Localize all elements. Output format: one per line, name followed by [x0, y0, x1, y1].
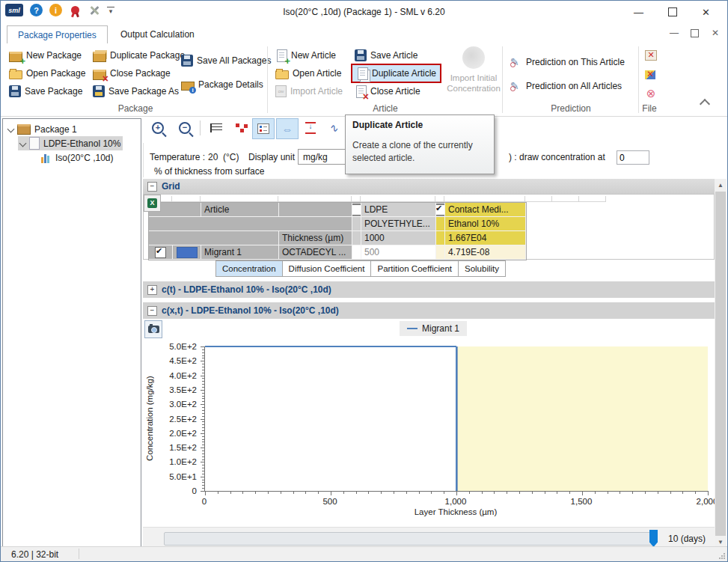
- info-icon[interactable]: i: [49, 4, 62, 16]
- zoom-in-button[interactable]: [147, 118, 168, 138]
- new-package-button[interactable]: New Package: [7, 47, 84, 64]
- time-slider-thumb[interactable]: [649, 530, 658, 547]
- close-article-button[interactable]: Close Article: [352, 83, 423, 100]
- snapshot-button[interactable]: [144, 320, 162, 338]
- axes-button[interactable]: [206, 118, 227, 138]
- prediction-all-articles-button[interactable]: ✎ Prediction on All Articles: [508, 78, 624, 94]
- display-unit-label: Display unit: [248, 152, 295, 162]
- ldpe-thickness-cell[interactable]: 1000: [361, 231, 436, 245]
- tools-icon[interactable]: [88, 4, 100, 16]
- contact-column-header[interactable]: Contact Medi...: [445, 203, 526, 217]
- x-axis-tick-labels: 05001,0001,5002,000: [204, 497, 707, 507]
- grid-section-header[interactable]: Grid: [143, 179, 715, 194]
- tab-concentration[interactable]: Concentration: [215, 260, 283, 277]
- prediction-group-label: Prediction: [505, 103, 637, 114]
- mdi-minimize-icon[interactable]: —: [668, 28, 680, 38]
- tab-output-calculation[interactable]: Output Calculation: [110, 25, 205, 43]
- open-package-button[interactable]: Open Package: [7, 65, 88, 82]
- tree-item-package[interactable]: Package 1: [6, 122, 79, 136]
- migrant-checkbox[interactable]: [155, 247, 166, 258]
- ct-section-header[interactable]: c(t) - LDPE-Ethanol 10% - Iso(20°C ,10d): [143, 281, 715, 298]
- chevron-down-icon[interactable]: [19, 140, 27, 147]
- zoom-out-button[interactable]: [174, 118, 195, 138]
- license-icon[interactable]: [71, 6, 79, 14]
- ldpe-migrant-value-cell[interactable]: 500: [361, 245, 436, 260]
- limit-lines-icon: ↓: [305, 122, 316, 134]
- curve-button[interactable]: ∿: [324, 118, 345, 138]
- save-package-as-button[interactable]: Save Package As: [91, 83, 181, 100]
- export-excel-button[interactable]: X: [144, 195, 161, 212]
- limit-lines-button[interactable]: ↓: [300, 118, 321, 138]
- tab-diffusion-coefficient[interactable]: Diffusion Coefficient: [283, 260, 372, 277]
- import-initial-concentration-button[interactable]: Import Initial Concentration: [444, 46, 504, 104]
- ldpe-column-header[interactable]: LDPE: [361, 203, 436, 217]
- grid-cell-spacer: [436, 217, 445, 231]
- open-article-button[interactable]: Open Article: [273, 65, 343, 82]
- legend-line-swatch: [407, 328, 417, 329]
- fit-width-button[interactable]: ⇔: [276, 118, 299, 139]
- collapse-icon[interactable]: [147, 306, 157, 316]
- scrollbar-thumb[interactable]: [715, 192, 726, 536]
- chevron-down-icon[interactable]: [7, 126, 15, 133]
- migrant-checkbox-cell[interactable]: [149, 245, 173, 260]
- save-article-button[interactable]: Save Article: [352, 47, 420, 64]
- scroll-up-icon[interactable]: ▲: [715, 179, 727, 192]
- close-window-button[interactable]: ✕: [643, 46, 659, 63]
- exit-button[interactable]: ⊗: [643, 85, 659, 102]
- customize-dropdown-icon[interactable]: ▾: [107, 7, 114, 14]
- x-tick-label: 1,000: [445, 497, 467, 506]
- close-package-button[interactable]: Close Package: [91, 65, 173, 82]
- draw-concentration-label: ) : draw concentration at: [509, 152, 605, 162]
- expand-icon[interactable]: [147, 285, 157, 295]
- contact-column-checkbox-cell[interactable]: [436, 203, 445, 217]
- ldpe-material-cell[interactable]: POLYETHYLE...: [361, 217, 436, 231]
- time-slider-track[interactable]: [164, 532, 653, 546]
- maximize-button[interactable]: [655, 1, 689, 23]
- prediction-this-article-button[interactable]: ✎ Prediction on This Article: [508, 54, 627, 70]
- new-article-button[interactable]: New Article: [273, 47, 338, 64]
- ldpe-column-checkbox-cell[interactable]: [352, 203, 361, 217]
- tree-item-simulation[interactable]: Iso(20°C ,10d): [39, 150, 116, 165]
- help-icon[interactable]: ?: [30, 4, 43, 16]
- status-bar: 6.20 | 32-bit: [1, 546, 727, 561]
- temperature-unit: (°C): [223, 152, 239, 162]
- series-markers-button[interactable]: [231, 118, 252, 138]
- vertical-scrollbar[interactable]: ▲ ▼: [715, 179, 727, 549]
- tab-solubility[interactable]: Solubility: [459, 260, 506, 277]
- duplicate-package-button[interactable]: Duplicate Package: [91, 47, 187, 64]
- migrant-color-cell[interactable]: [173, 245, 201, 260]
- draw-concentration-input[interactable]: [617, 150, 649, 165]
- import-article-button[interactable]: csv Import Article: [273, 83, 345, 100]
- mdi-restore-icon[interactable]: [691, 29, 699, 37]
- contact-material-cell[interactable]: Ethanol 10%: [445, 217, 526, 231]
- tab-partition-coefficient[interactable]: Partition Coefficient: [371, 260, 459, 277]
- resize-grip[interactable]: [718, 552, 726, 560]
- package-details-button[interactable]: Package Details: [179, 76, 266, 93]
- migrant-substance-cell[interactable]: OCTADECYL ...: [279, 245, 352, 260]
- migrant-color-swatch[interactable]: [177, 247, 198, 258]
- save-package-button[interactable]: Save Package: [7, 83, 85, 100]
- tree-item-article[interactable]: LDPE-Ethanol 10%: [18, 136, 123, 150]
- minimize-button[interactable]: —: [622, 1, 655, 23]
- ldpe-checkbox[interactable]: [352, 204, 361, 216]
- contact-migrant-value-cell[interactable]: 4.719E-08: [445, 245, 526, 260]
- duplicate-article-button[interactable]: Duplicate Article: [351, 64, 441, 83]
- mdi-close-icon[interactable]: ✕: [709, 28, 721, 38]
- collapse-ribbon-button[interactable]: [701, 97, 709, 108]
- legend-toggle-button[interactable]: [252, 118, 275, 139]
- cxt-section-header[interactable]: c(x,t) - LDPE-Ethanol 10% - Iso(20°C ,10…: [143, 302, 715, 319]
- collapse-icon[interactable]: [147, 182, 157, 192]
- contact-medium-checkbox[interactable]: [436, 204, 445, 216]
- ribbon-tab-row: Package Properties Output Calculation — …: [1, 23, 727, 43]
- contact-thickness-cell[interactable]: 1.667E04: [445, 231, 526, 245]
- close-button[interactable]: ✕: [689, 1, 723, 23]
- tab-package-properties[interactable]: Package Properties: [7, 25, 108, 43]
- x-tick-label: 0: [202, 497, 207, 506]
- toolbar-divider: [200, 120, 201, 135]
- save-all-packages-button[interactable]: Save All Packages: [179, 52, 273, 69]
- grid-cell-empty: [149, 217, 352, 231]
- window-title: Iso(20°C ,10d) (Package 1) - SML v 6.20: [188, 7, 540, 17]
- close-all-button[interactable]: ✕: [643, 66, 658, 82]
- y-tick-label: 4.5E+2: [169, 356, 197, 365]
- y-axis-label: Concentration (mg/kg): [144, 346, 155, 491]
